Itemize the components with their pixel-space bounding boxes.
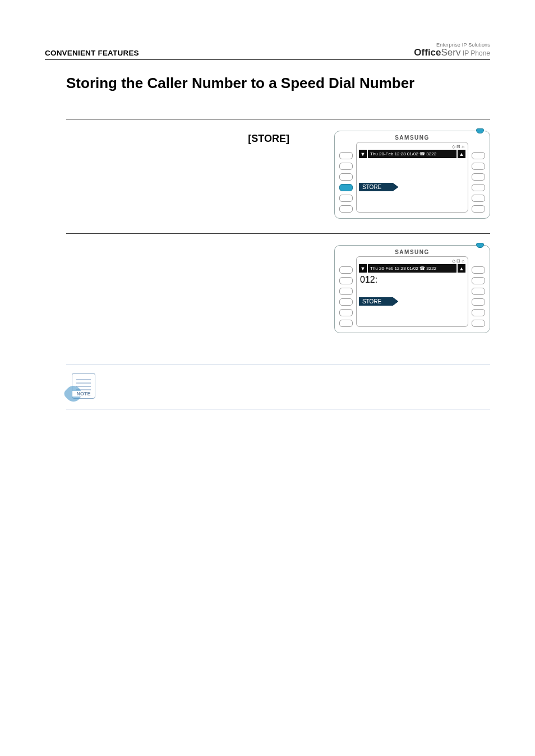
softkey-r5[interactable] <box>472 309 485 316</box>
phone-brand: SAMSUNG <box>339 135 485 142</box>
phone-mock: SAMSUNG ◇ ⊟ ⌂ ▼ <box>334 131 490 219</box>
right-softkeys <box>472 142 485 213</box>
note-block: NOTE <box>66 365 490 409</box>
info-bar: ▼ Thu 20-Feb 12:28 01/02 ☎ 3222 ▲ <box>359 150 465 158</box>
softkey-r6[interactable] <box>472 320 485 327</box>
info-line: Thu 20-Feb 12:28 01/02 ☎ 3222 <box>368 264 456 273</box>
phone-brand: SAMSUNG <box>339 249 485 256</box>
softkey-r5[interactable] <box>472 195 485 202</box>
softkey-r4[interactable] <box>472 298 485 306</box>
note-icon: NOTE <box>72 373 95 399</box>
section-name: CONVENIENT FEATURES <box>45 49 139 57</box>
softkey-r6[interactable] <box>472 205 485 213</box>
brand-block: Enterprise IP Solutions OfficeServ IP Ph… <box>414 43 490 57</box>
softkey-l6[interactable] <box>339 320 353 327</box>
screen-line-3 <box>359 170 465 181</box>
instruction-row: [STORE] SAMSUNG <box>66 119 490 233</box>
phone-mock: SAMSUNG ◇ ⊟ ⌂ ▼ <box>334 245 490 333</box>
brand-light: Serv <box>441 47 461 58</box>
softkey-r1[interactable] <box>472 152 485 159</box>
right-softkeys <box>472 256 485 327</box>
softkey-l4[interactable] <box>339 184 353 191</box>
brand-main-line: OfficeServ IP Phone <box>414 48 490 57</box>
phone-led-icon <box>476 243 484 248</box>
screen-line-2 <box>359 160 465 170</box>
store-softlabel[interactable]: STORE <box>359 297 398 306</box>
softkey-l1[interactable] <box>339 266 353 274</box>
phone-screen: ◇ ⊟ ⌂ ▼ Thu 20-Feb 12:28 01/02 ☎ 3222 ▲ … <box>356 142 468 213</box>
softkey-r1[interactable] <box>472 266 485 274</box>
softkey-l2[interactable] <box>339 163 353 170</box>
scroll-down-icon[interactable]: ▼ <box>359 264 367 273</box>
left-softkeys <box>339 142 353 213</box>
status-icons: ◇ ⊟ ⌂ <box>359 144 465 150</box>
page-header: CONVENIENT FEATURES Enterprise IP Soluti… <box>45 43 490 60</box>
softkey-l5[interactable] <box>339 195 353 202</box>
info-bar: ▼ Thu 20-Feb 12:28 01/02 ☎ 3222 ▲ <box>359 264 465 273</box>
softkey-r3[interactable] <box>472 173 485 181</box>
page-title: Storing the Caller Number to a Speed Dia… <box>66 75 490 92</box>
softkey-l2[interactable] <box>339 277 353 284</box>
status-icons: ◇ ⊟ ⌂ <box>359 258 465 264</box>
brand-suffix: IP Phone <box>461 49 491 57</box>
softkey-l3[interactable] <box>339 173 353 181</box>
instruction-row: SAMSUNG ◇ ⊟ ⌂ ▼ <box>66 233 490 348</box>
softkey-l3[interactable] <box>339 288 353 295</box>
scroll-down-icon[interactable]: ▼ <box>359 150 367 158</box>
screen-line-3 <box>359 285 465 296</box>
softkey-r2[interactable] <box>472 277 485 284</box>
softkey-l6[interactable] <box>339 205 353 213</box>
brand-bold: Office <box>414 47 441 58</box>
store-softlabel[interactable]: STORE <box>359 183 398 191</box>
phone-led-icon <box>476 128 484 133</box>
screen-line-2: 012: <box>359 274 465 285</box>
softkey-r4[interactable] <box>472 184 485 191</box>
scroll-up-icon[interactable]: ▲ <box>458 150 465 158</box>
softkey-r3[interactable] <box>472 288 485 295</box>
left-softkeys <box>339 256 353 327</box>
info-line: Thu 20-Feb 12:28 01/02 ☎ 3222 <box>368 150 456 158</box>
softkey-r2[interactable] <box>472 163 485 170</box>
softkey-l1[interactable] <box>339 152 353 159</box>
content-area: [STORE] SAMSUNG <box>66 119 490 348</box>
step-label: [STORE] <box>66 133 317 145</box>
note-label: NOTE <box>72 391 95 397</box>
softkey-l4[interactable] <box>339 298 353 306</box>
scroll-up-icon[interactable]: ▲ <box>458 264 465 273</box>
softkey-l5[interactable] <box>339 309 353 316</box>
phone-screen: ◇ ⊟ ⌂ ▼ Thu 20-Feb 12:28 01/02 ☎ 3222 ▲ … <box>356 256 468 327</box>
